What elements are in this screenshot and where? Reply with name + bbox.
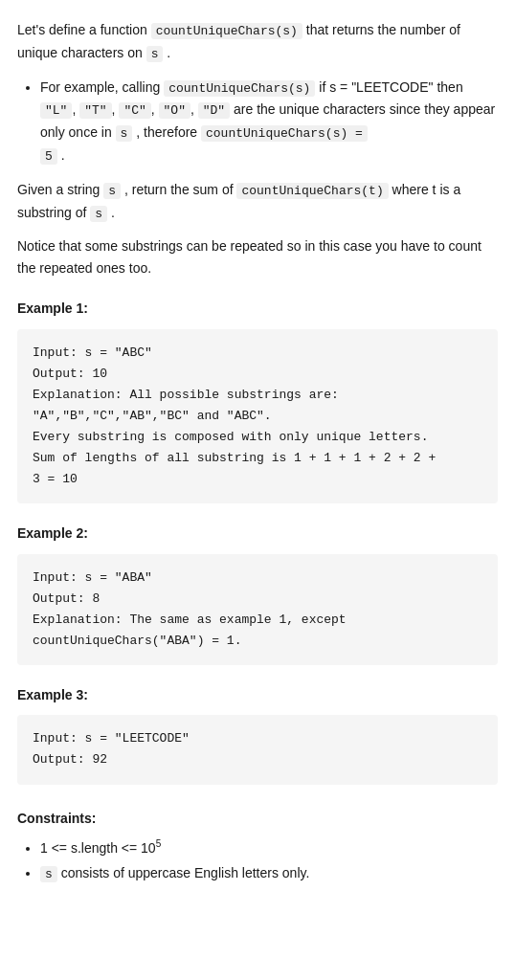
example-bullet-list: For example, calling countUniqueChars(s)… (40, 77, 498, 167)
result-5: 5 (40, 148, 57, 165)
func-countuniquechars-inline: countUniqueChars(s) (151, 23, 302, 39)
var-s-constraint: s (40, 866, 57, 882)
var-s-inline: s (146, 46, 164, 62)
example-1-section: Example 1: Input: s = "ABC" Output: 10 E… (17, 298, 498, 503)
example-3-section: Example 3: Input: s = "LEETCODE" Output:… (17, 684, 498, 785)
func-inline-2: countUniqueChars(s) (164, 80, 315, 97)
constraints-section: Constraints: 1 <= s.length <= 105 s cons… (17, 808, 498, 885)
example-1-title: Example 1: (17, 298, 498, 319)
func-result-inline: countUniqueChars(s) = (201, 125, 368, 142)
chars-inline-d: "D" (198, 102, 230, 119)
intro-paragraph: Let's define a function countUniqueChars… (17, 19, 498, 65)
var-s-inline-2: s (116, 125, 133, 142)
example-1-code: Input: s = "ABC" Output: 10 Explanation:… (17, 329, 498, 504)
problem-description: Let's define a function countUniqueChars… (17, 19, 498, 885)
example-3-title: Example 3: (17, 684, 498, 705)
bullet-item: For example, calling countUniqueChars(s)… (40, 77, 498, 167)
chars-inline-t: "T" (79, 102, 111, 119)
constraints-title: Constraints: (17, 808, 498, 829)
example-2-section: Example 2: Input: s = "ABA" Output: 8 Ex… (17, 523, 498, 665)
chars-inline-o: "O" (159, 102, 190, 119)
chars-inline-c: "C" (119, 102, 150, 119)
given-paragraph: Given a string s , return the sum of cou… (17, 179, 498, 225)
constraint-item-1: 1 <= s.length <= 105 (40, 836, 498, 858)
example-2-title: Example 2: (17, 523, 498, 544)
notice-paragraph: Notice that some substrings can be repea… (17, 235, 498, 278)
var-s-given-2: s (90, 206, 107, 222)
func-countuniquechars-t: countUniqueChars(t) (236, 183, 388, 199)
constraints-list: 1 <= s.length <= 105 s consists of upper… (40, 836, 498, 885)
example-3-code: Input: s = "LEETCODE" Output: 92 (17, 715, 498, 784)
example-2-code: Input: s = "ABA" Output: 8 Explanation: … (17, 554, 498, 665)
chars-inline: "L" (40, 102, 72, 119)
var-s-given: s (103, 183, 121, 199)
superscript-5: 5 (156, 838, 162, 849)
constraint-item-2: s consists of uppercase English letters … (40, 862, 498, 885)
